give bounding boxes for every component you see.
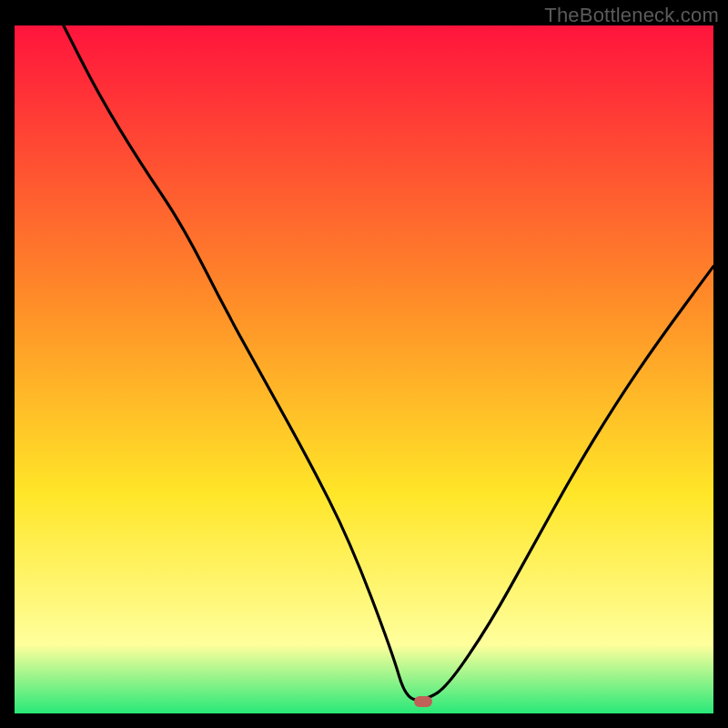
watermark-text: TheBottleneck.com xyxy=(544,4,719,27)
chart-plot-area xyxy=(15,25,713,713)
chart-frame: TheBottleneck.com xyxy=(0,0,728,728)
chart-svg xyxy=(15,25,713,713)
optimal-marker xyxy=(414,696,432,707)
